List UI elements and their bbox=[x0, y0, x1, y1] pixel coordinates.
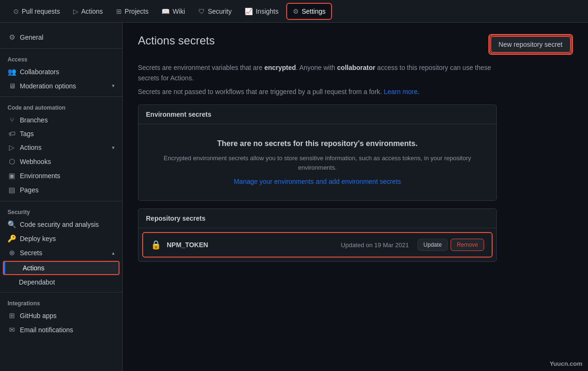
page-header: Actions secrets New repository secret bbox=[138, 34, 573, 55]
email-icon: ✉ bbox=[8, 326, 16, 334]
sidebar-item-email-notifications[interactable]: ✉ Email notifications bbox=[0, 323, 122, 337]
actions-icon: ▷ bbox=[73, 8, 78, 15]
description-block: Secrets are environment variables that a… bbox=[138, 62, 497, 97]
environments-icon: ▣ bbox=[8, 172, 16, 180]
sidebar-item-branches[interactable]: ⑂ Branches bbox=[0, 113, 122, 127]
sidebar-item-tags[interactable]: 🏷 Tags bbox=[0, 127, 122, 140]
actions-chevron-icon: ▾ bbox=[112, 145, 115, 151]
sidebar-item-collaborators[interactable]: 👥 Collaborators bbox=[0, 65, 122, 79]
moderation-chevron-icon: ▾ bbox=[112, 83, 115, 89]
security-heading: Security bbox=[0, 205, 122, 217]
sidebar-divider-3 bbox=[0, 201, 122, 201]
top-navigation: ⊙ Pull requests ▷ Actions ⊞ Projects 📖 W… bbox=[0, 0, 588, 23]
sidebar-item-pages[interactable]: ▤ Pages bbox=[0, 183, 122, 197]
nav-actions[interactable]: ▷ Actions bbox=[68, 4, 109, 19]
main-content: Actions secrets New repository secret Se… bbox=[123, 23, 588, 371]
env-secrets-heading: Environment secrets bbox=[138, 105, 496, 124]
code-security-icon: 🔍 bbox=[8, 220, 16, 229]
repository-secrets-box: Repository secrets 🔒 NPM_TOKEN Updated o… bbox=[138, 208, 497, 262]
secret-name: NPM_TOKEN bbox=[167, 241, 341, 249]
sidebar-item-webhooks[interactable]: ⬡ Webhooks bbox=[0, 155, 122, 169]
nav-security[interactable]: 🛡 Security bbox=[193, 4, 238, 19]
env-empty-title: There are no secrets for this repository… bbox=[146, 139, 489, 148]
sidebar-item-secrets[interactable]: ⊕ Secrets ▴ bbox=[0, 246, 122, 260]
tags-icon: 🏷 bbox=[8, 129, 16, 138]
automation-heading: Code and automation bbox=[0, 101, 122, 113]
env-secrets-empty-state: There are no secrets for this repository… bbox=[138, 124, 496, 200]
learn-more-link[interactable]: Learn more bbox=[384, 88, 418, 95]
sidebar: ⚙ General Access 👥 Collaborators 🖥 Moder… bbox=[0, 23, 123, 371]
nav-pull-requests[interactable]: ⊙ Pull requests bbox=[8, 4, 66, 19]
remove-secret-button[interactable]: Remove bbox=[451, 239, 484, 251]
sidebar-divider-2 bbox=[0, 96, 122, 97]
sidebar-item-general[interactable]: ⚙ General bbox=[0, 30, 122, 44]
integrations-heading: Integrations bbox=[0, 296, 122, 309]
sidebar-item-code-security[interactable]: 🔍 Code security and analysis bbox=[0, 217, 122, 232]
secrets-chevron-icon: ▴ bbox=[112, 250, 115, 256]
moderation-icon: 🖥 bbox=[8, 82, 16, 90]
general-icon: ⚙ bbox=[8, 33, 16, 42]
secret-lock-icon: 🔒 bbox=[151, 240, 161, 250]
update-secret-button[interactable]: Update bbox=[418, 239, 448, 251]
manage-environments-link[interactable]: Manage your environments and add environ… bbox=[234, 178, 401, 185]
environment-secrets-box: Environment secrets There are no secrets… bbox=[138, 104, 497, 201]
sidebar-sub-item-secrets-actions[interactable]: Actions bbox=[4, 262, 119, 274]
actions-sidebar-icon: ▷ bbox=[8, 143, 16, 152]
pull-request-icon: ⊙ bbox=[13, 8, 19, 15]
nav-wiki[interactable]: 📖 Wiki bbox=[156, 4, 190, 19]
secret-row-npm-token: 🔒 NPM_TOKEN Updated on 19 Mar 2021 Updat… bbox=[142, 232, 493, 258]
access-heading: Access bbox=[0, 52, 122, 65]
page-title: Actions secrets bbox=[138, 34, 215, 47]
nav-settings[interactable]: ⚙ Settings bbox=[286, 3, 332, 20]
wiki-icon: 📖 bbox=[162, 8, 170, 15]
watermark: Yuucn.com bbox=[550, 360, 582, 367]
settings-icon: ⚙ bbox=[293, 8, 299, 15]
new-repository-secret-button[interactable]: New repository secret bbox=[490, 36, 571, 53]
branches-icon: ⑂ bbox=[8, 116, 16, 124]
secrets-icon: ⊕ bbox=[8, 249, 16, 257]
sidebar-item-environments[interactable]: ▣ Environments bbox=[0, 169, 122, 183]
sidebar-item-deploy-keys[interactable]: 🔑 Deploy keys bbox=[0, 232, 122, 246]
sidebar-item-actions[interactable]: ▷ Actions ▾ bbox=[0, 140, 122, 155]
secret-updated-date: Updated on 19 Mar 2021 bbox=[341, 242, 409, 249]
page-layout: ⚙ General Access 👥 Collaborators 🖥 Moder… bbox=[0, 23, 588, 371]
deploy-keys-icon: 🔑 bbox=[8, 234, 16, 243]
sidebar-item-moderation[interactable]: 🖥 Moderation options ▾ bbox=[0, 79, 122, 93]
pages-icon: ▤ bbox=[8, 186, 16, 194]
repo-secrets-heading: Repository secrets bbox=[138, 209, 496, 228]
insights-icon: 📈 bbox=[245, 8, 253, 15]
sidebar-item-github-apps[interactable]: ⊞ GitHub apps bbox=[0, 309, 122, 323]
nav-insights[interactable]: 📈 Insights bbox=[239, 4, 284, 19]
env-empty-desc: Encrypted environment secrets allow you … bbox=[146, 154, 489, 172]
nav-projects[interactable]: ⊞ Projects bbox=[111, 4, 154, 19]
sidebar-divider-1 bbox=[0, 48, 122, 49]
collaborators-icon: 👥 bbox=[8, 68, 16, 76]
security-icon: 🛡 bbox=[198, 8, 205, 15]
sidebar-sub-item-dependabot[interactable]: Dependabot bbox=[0, 276, 122, 288]
projects-icon: ⊞ bbox=[116, 8, 122, 15]
sidebar-divider-4 bbox=[0, 292, 122, 293]
github-apps-icon: ⊞ bbox=[8, 311, 16, 320]
webhooks-icon: ⬡ bbox=[8, 157, 16, 166]
